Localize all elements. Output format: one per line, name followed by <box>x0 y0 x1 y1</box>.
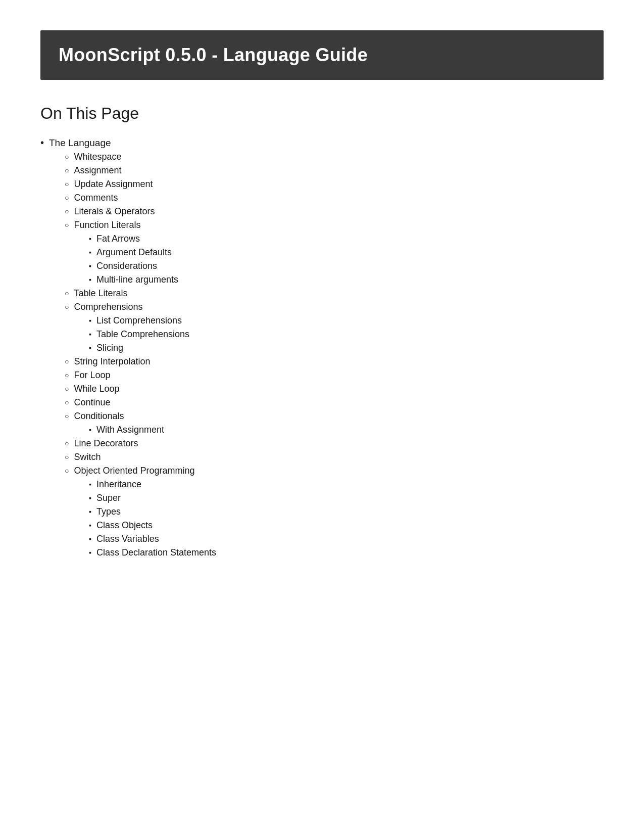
toc-l2-label[interactable]: String Interpolation <box>74 356 150 367</box>
toc-l2-item: Object Oriented ProgrammingInheritanceSu… <box>65 466 604 558</box>
toc-l2-label[interactable]: Continue <box>74 397 110 408</box>
toc-l3-item: Types <box>89 506 604 517</box>
toc-l2-label[interactable]: Switch <box>74 452 101 462</box>
toc-l2-label[interactable]: Comprehensions <box>74 302 142 312</box>
toc-l2-label[interactable]: Comments <box>74 193 118 203</box>
toc-l3-item: With Assignment <box>89 425 604 435</box>
toc-l3-item: Argument Defaults <box>89 247 604 258</box>
toc-l2-item: For Loop <box>65 370 604 381</box>
toc-l2-label[interactable]: Literals & Operators <box>74 206 155 217</box>
toc-l3-item: List Comprehensions <box>89 315 604 326</box>
toc-l3-label[interactable]: Class Variables <box>96 534 159 544</box>
toc-l3-label[interactable]: Inheritance <box>96 479 141 490</box>
toc-l2-label[interactable]: Table Literals <box>74 288 127 299</box>
toc-l3-label[interactable]: Slicing <box>96 343 123 353</box>
toc-l3-label[interactable]: Class Objects <box>96 520 153 531</box>
toc-l3-label[interactable]: List Comprehensions <box>96 315 182 326</box>
toc-l2-label[interactable]: Conditionals <box>74 411 124 422</box>
toc-l3-item: Class Declaration Statements <box>89 547 604 558</box>
title-banner: MoonScript 0.5.0 - Language Guide <box>40 30 604 80</box>
toc-l1-label[interactable]: The Language <box>49 137 111 149</box>
toc-l2-item: Literals & Operators <box>65 206 604 217</box>
toc-l3-label[interactable]: Types <box>96 506 121 517</box>
toc-heading: On This Page <box>40 104 604 123</box>
toc-l3-label[interactable]: Multi-line arguments <box>96 274 178 285</box>
toc-level3-list: Fat ArrowsArgument DefaultsConsideration… <box>65 234 604 285</box>
toc-level2-list: WhitespaceAssignmentUpdate AssignmentCom… <box>40 152 604 558</box>
toc-l3-label[interactable]: With Assignment <box>96 425 164 435</box>
toc-l3-label[interactable]: Class Declaration Statements <box>96 547 216 558</box>
toc-l2-item: While Loop <box>65 384 604 394</box>
toc-l2-label[interactable]: Object Oriented Programming <box>74 466 194 476</box>
toc-level3-list: List ComprehensionsTable ComprehensionsS… <box>65 315 604 353</box>
toc-l3-item: Super <box>89 493 604 503</box>
toc-l2-item: Update Assignment <box>65 179 604 190</box>
toc-l2-label[interactable]: Assignment <box>74 165 121 176</box>
toc-l2-label[interactable]: While Loop <box>74 384 119 394</box>
toc-l3-label[interactable]: Table Comprehensions <box>96 329 189 340</box>
toc-l3-label[interactable]: Super <box>96 493 121 503</box>
toc-l2-label[interactable]: Update Assignment <box>74 179 153 190</box>
toc-l2-label[interactable]: Whitespace <box>74 152 121 162</box>
toc-level3-list: InheritanceSuperTypesClass ObjectsClass … <box>65 479 604 558</box>
toc-l3-item: Class Objects <box>89 520 604 531</box>
toc-l2-item: Line Decorators <box>65 438 604 449</box>
toc-l2-item: Table Literals <box>65 288 604 299</box>
toc-l3-item: Class Variables <box>89 534 604 544</box>
toc-l3-label[interactable]: Fat Arrows <box>96 234 140 244</box>
toc-l3-item: Multi-line arguments <box>89 274 604 285</box>
toc-level3-list: With Assignment <box>65 425 604 435</box>
toc-l3-item: Slicing <box>89 343 604 353</box>
toc-l3-item: Inheritance <box>89 479 604 490</box>
toc-l2-item: Comments <box>65 193 604 203</box>
toc-l2-item: Continue <box>65 397 604 408</box>
toc-l2-item: ConditionalsWith Assignment <box>65 411 604 435</box>
toc-l2-label[interactable]: Line Decorators <box>74 438 138 449</box>
page-title: MoonScript 0.5.0 - Language Guide <box>59 44 585 66</box>
toc-l2-item: Whitespace <box>65 152 604 162</box>
toc-l3-label[interactable]: Argument Defaults <box>96 247 172 258</box>
toc-l2-item: Switch <box>65 452 604 462</box>
page-wrapper: MoonScript 0.5.0 - Language Guide On Thi… <box>0 0 644 593</box>
toc-l2-label[interactable]: Function Literals <box>74 220 140 230</box>
toc-l3-item: Considerations <box>89 261 604 271</box>
toc-l2-label[interactable]: For Loop <box>74 370 110 381</box>
toc-l1-item: The LanguageWhitespaceAssignmentUpdate A… <box>40 137 604 558</box>
toc-l2-item: String Interpolation <box>65 356 604 367</box>
toc-l2-item: Function LiteralsFat ArrowsArgument Defa… <box>65 220 604 285</box>
toc-level1-list: The LanguageWhitespaceAssignmentUpdate A… <box>40 137 604 558</box>
toc-l3-item: Fat Arrows <box>89 234 604 244</box>
toc-l2-item: ComprehensionsList ComprehensionsTable C… <box>65 302 604 353</box>
toc-l2-item: Assignment <box>65 165 604 176</box>
toc-l3-label[interactable]: Considerations <box>96 261 157 271</box>
toc-l3-item: Table Comprehensions <box>89 329 604 340</box>
